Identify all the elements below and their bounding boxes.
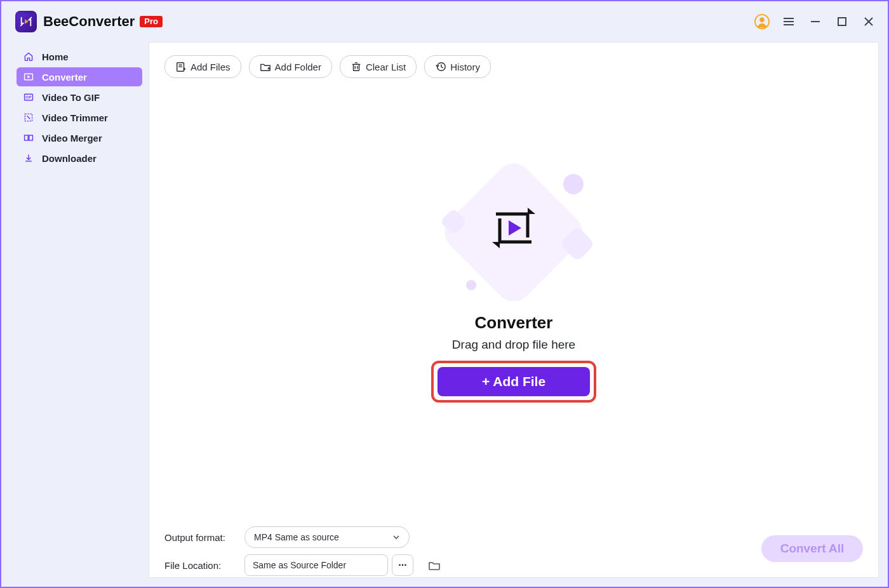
download-icon xyxy=(23,152,34,164)
sidebar-item-label: Home xyxy=(42,51,69,62)
user-account-icon[interactable] xyxy=(754,14,770,29)
sidebar-item-downloader[interactable]: Downloader xyxy=(17,149,142,168)
trim-icon xyxy=(23,112,34,123)
title-bar: BeeConverter Pro xyxy=(1,1,888,42)
sidebar-item-label: Video Trimmer xyxy=(42,112,108,123)
add-file-button[interactable]: + Add File xyxy=(438,367,590,396)
add-file-button-label: + Add File xyxy=(482,374,545,389)
merge-icon xyxy=(23,132,34,144)
output-format-select[interactable]: MP4 Same as source xyxy=(244,526,410,548)
pro-badge: Pro xyxy=(140,16,163,27)
app-name: BeeConverter xyxy=(43,13,135,30)
gif-icon: GIF xyxy=(23,91,34,103)
svg-marker-0 xyxy=(25,19,29,23)
svg-marker-35 xyxy=(509,220,521,236)
close-icon[interactable] xyxy=(861,14,876,29)
sidebar-item-converter[interactable]: Converter xyxy=(17,67,142,86)
sidebar-item-label: Converter xyxy=(42,72,87,83)
main-panel: Add Files Add Folder Clear List History xyxy=(149,42,879,578)
file-location-browse-button[interactable]: ··· xyxy=(392,554,413,576)
add-file-highlight: + Add File xyxy=(431,361,596,403)
converter-graphic xyxy=(434,171,593,298)
convert-all-button[interactable]: Convert All xyxy=(761,535,863,562)
open-folder-icon[interactable] xyxy=(427,558,441,572)
sidebar-item-video-merger[interactable]: Video Merger xyxy=(17,128,142,147)
svg-marker-33 xyxy=(528,208,535,214)
sidebar-item-video-to-gif[interactable]: GIFVideo To GIF xyxy=(17,88,142,107)
converter-icon xyxy=(23,71,34,83)
file-location-value: Same as Source Folder xyxy=(253,560,346,570)
empty-subtitle: Drag and drop file here xyxy=(452,338,575,352)
svg-rect-17 xyxy=(29,135,33,140)
sidebar-item-home[interactable]: Home xyxy=(17,47,142,66)
home-icon xyxy=(23,51,34,62)
convert-all-label: Convert All xyxy=(780,542,845,555)
sidebar: HomeConverterGIFVideo To GIFVideo Trimme… xyxy=(1,42,149,587)
output-format-value: MP4 Same as source xyxy=(254,532,339,542)
svg-point-2 xyxy=(759,18,764,22)
sidebar-item-video-trimmer[interactable]: Video Trimmer xyxy=(17,108,142,127)
app-logo-icon xyxy=(15,11,37,32)
svg-rect-7 xyxy=(838,18,846,25)
empty-title: Converter xyxy=(475,313,553,333)
converter-icon xyxy=(488,203,539,253)
menu-icon[interactable] xyxy=(781,14,796,29)
file-location-field[interactable]: Same as Source Folder xyxy=(244,554,388,576)
file-location-label: File Location: xyxy=(164,560,234,571)
chevron-down-icon xyxy=(392,533,400,541)
svg-text:GIF: GIF xyxy=(25,95,32,99)
svg-line-15 xyxy=(27,116,30,119)
sidebar-item-label: Downloader xyxy=(42,153,97,164)
sidebar-item-label: Video To GIF xyxy=(42,92,100,103)
sidebar-item-label: Video Merger xyxy=(42,133,102,144)
svg-rect-16 xyxy=(25,135,29,140)
output-format-label: Output format: xyxy=(164,532,234,543)
svg-marker-34 xyxy=(492,242,500,248)
maximize-icon[interactable] xyxy=(834,14,850,29)
minimize-icon[interactable] xyxy=(808,14,823,29)
empty-state: Converter Drag and drop file here + Add … xyxy=(149,53,878,520)
svg-marker-11 xyxy=(27,76,30,79)
